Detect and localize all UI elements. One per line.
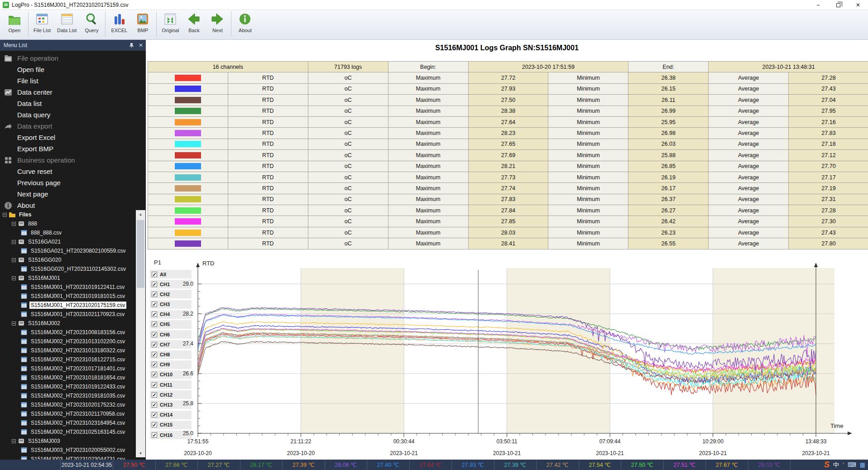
sidebar-menu: File operationOpen fileFile listData cen… [0,53,146,211]
tree-item-label: 888_888.csv [29,229,63,236]
tree-file-item[interactable]: S1516MJ002_HT20231018181654.csv [0,373,136,382]
scroll-up-icon[interactable]: ▲ [136,210,145,218]
menu-item-open-file[interactable]: Open file [0,64,146,75]
main-panel: S1516MJ001 Logs Graph SN:S1516MJ001 16 c… [146,40,868,460]
tree-file-item[interactable]: S1516MJ002_HT20231017181401.csv [0,364,136,373]
restore-button[interactable] [828,0,848,10]
min-value: 26.23 [628,227,709,238]
channel-type: RTD [228,95,308,106]
csv-file-icon [21,420,27,426]
tree-file-item[interactable]: S1516MJ001_HT20231019122411.csv [0,283,136,292]
tree-file-item[interactable]: S1516GG020_HT20231102145302.csv [0,264,136,273]
query-button[interactable]: Query [80,10,103,38]
menu-item-curve-reset[interactable]: Curve reset [0,166,146,177]
channel-type: RTD [228,116,308,127]
channel-unit: oC [308,139,388,149]
tree-file-item[interactable]: S1516MJ002_HT20231019181035.csv [0,391,136,400]
tree-file-item[interactable]: S1516MJ002_HT20231016122715.csv [0,355,136,364]
min-label: Minimum [548,205,628,216]
tree-expander-icon[interactable] [12,439,16,443]
close-button[interactable]: ✕ [848,0,868,10]
tree-expander-icon[interactable] [12,258,16,262]
tree-scrollbar[interactable]: ▲ ▼ [136,210,145,457]
sogou-logo-icon[interactable]: S [824,460,830,470]
tree-folder-item[interactable]: Files [0,210,136,219]
tree-folder-item[interactable]: S1516GA021 [0,237,136,246]
menu-item-next-page[interactable]: Next page [0,188,146,200]
sidebar: Menu List ✕ File operationOpen fileFile … [0,40,146,460]
excel-button[interactable]: EXCEL [107,10,131,38]
min-label: Minimum [548,183,628,194]
menu-item-data-query[interactable]: Data query [0,109,146,120]
tree-expander-icon[interactable] [3,213,7,217]
csv-file-icon [21,312,27,317]
tree-file-item[interactable]: S1516MJ002_HT20231021170958.csv [0,409,136,418]
tree-file-item[interactable]: S1516MJ002_HT20231025163145.csv [0,427,136,436]
minimize-button[interactable]: – [808,0,828,10]
toolbar-button-label: Data List [57,28,77,33]
tree-file-item[interactable]: S1516MJ002_HT20231020175232.csv [0,400,136,409]
original-button[interactable]: Original [158,10,182,38]
tree-item-label: S1516MJ002_HT20231013102200.csv [29,338,126,345]
tray-icon[interactable]: 中 [833,461,839,469]
tree-item-label: S1516MJ002_HT20231021170958.csv [29,410,126,417]
tray-icon[interactable]: ⌨ [848,461,856,468]
channel-color-cell [148,161,228,172]
avg-value: 27.43 [789,227,868,238]
title-bar: LogPro - S1516MJ001_HT20231020175159.csv… [0,0,868,10]
max-value: 28.03 [468,227,548,238]
tree-file-item[interactable]: S1516MJ001_HT20231020175159.csv [0,301,136,310]
device-icon [18,239,24,245]
tree-folder-item[interactable]: S1516GG020 [0,255,136,264]
data-center-icon [4,88,13,97]
tree-file-item[interactable]: S1516MJ003_HT20231020055002.csv [0,446,136,455]
sidebar-close-icon[interactable]: ✕ [139,42,143,48]
min-label: Minimum [548,161,628,172]
tree-file-item[interactable]: 888_888.csv [0,228,136,237]
tree-file-item[interactable]: S1516MJ002_HT20231013180322.csv [0,346,136,355]
tree-folder-item[interactable]: S1516MJ003 [0,436,136,446]
tree-expander-icon[interactable] [12,276,16,280]
tree-file-item[interactable]: S1516MJ002_HT20231023164954.csv [0,418,136,427]
about-button[interactable]: About [233,10,257,38]
avg-label: Average [709,238,789,249]
tree-file-item[interactable]: S1516MJ001_HT20231021170923.csv [0,310,136,319]
menu-item-export-excel[interactable]: Export Excel [0,132,146,143]
menu-item-previous-page[interactable]: Previous page [0,177,146,188]
scroll-thumb[interactable] [137,220,144,288]
tree-folder-item[interactable]: S1516MJ002 [0,319,136,328]
menu-item-data-list[interactable]: Data list [0,98,146,109]
menu-item-file-list[interactable]: File list [0,75,146,86]
device-icon [18,257,24,263]
status-value-CH4: 28.17 ℃ [240,460,283,470]
bmp-button[interactable]: BMP [131,10,154,38]
open-button[interactable]: Open [3,10,26,38]
tree-folder-item[interactable]: S1516MJ001 [0,273,136,283]
menu-item-about[interactable]: About [0,200,146,211]
file-list-button[interactable]: File List [30,10,54,38]
tree-file-item[interactable]: S1516GA021_HT20230802100559.csv [0,246,136,255]
tray-icon[interactable]: ▦ [860,461,865,468]
tray-icon[interactable]: ’ [843,461,844,468]
menu-item-export-bmp[interactable]: Export BMP [0,143,146,154]
pin-icon[interactable] [129,43,134,48]
back-button[interactable]: Back [182,10,206,38]
next-button[interactable]: Next [206,10,229,38]
tree-folder-item[interactable]: 888 [0,219,136,228]
tree-expander-icon[interactable] [12,321,16,326]
avg-label: Average [709,139,789,149]
device-icon [18,275,24,281]
tree-file-item[interactable]: S1516MJ002_HT20231019122433.csv [0,382,136,391]
x-tick-date-label: 2023-10-21 [493,450,521,456]
tree-file-item[interactable]: S1516MJ002_HT20231013102200.csv [0,337,136,346]
menu-item-data-center[interactable]: Data center [0,86,146,98]
tree-file-item[interactable]: S1516MJ002_HT20231008183156.csv [0,328,136,337]
scroll-down-icon[interactable]: ▼ [136,449,145,457]
tree-expander-icon[interactable] [12,222,16,226]
channel-color-swatch [175,97,201,103]
tree-file-item[interactable]: S1516MJ001_HT20231019181015.csv [0,292,136,301]
data-list-button[interactable]: Data List [54,10,80,38]
tree-expander-icon[interactable] [12,240,16,244]
max-label: Maximum [388,95,468,106]
chart-canvas[interactable]: 29.028.227.426.625.825.017:51:552023-10-… [146,254,868,460]
